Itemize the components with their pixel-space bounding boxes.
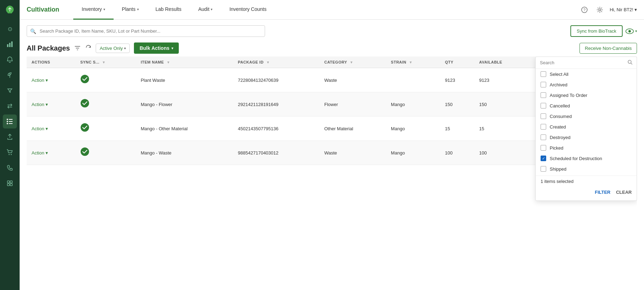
nav-plants[interactable]: Plants ▾	[114, 0, 147, 20]
sync-button[interactable]: Sync from BioTrack	[570, 25, 623, 37]
strain-cell: Mango	[386, 117, 440, 141]
dropdown-checkbox-5[interactable]	[541, 124, 546, 130]
receive-non-cannabis-button[interactable]: Receive Non-Cannabis	[579, 43, 637, 54]
action-cell: Action ▾	[27, 92, 75, 117]
export-icon[interactable]	[3, 130, 17, 144]
category-cell: Waste	[319, 68, 386, 92]
page-content: 🔍 Sync from BioTrack ▾ All Packages	[20, 20, 644, 290]
qty-cell: 150	[440, 92, 474, 117]
bulk-actions-arrow: ▾	[171, 46, 173, 50]
sync-cell	[75, 117, 136, 141]
dropdown-item[interactable]: Cancelled	[536, 100, 637, 111]
sidebar: ⊙	[0, 0, 20, 290]
nav-links: Inventory ▾ Plants ▾ Lab Results Audit ▾…	[73, 0, 579, 20]
package-id-cell: 7228084132470639	[233, 68, 319, 92]
list-icon[interactable]	[3, 114, 17, 128]
sync-filter-icon[interactable]: ▼	[102, 60, 106, 64]
user-menu[interactable]: Hi, Nir BT2! ▾	[610, 7, 637, 12]
svg-rect-4	[9, 121, 13, 122]
dropdown-item-label-2: Assigned To Order	[550, 93, 587, 98]
dropdown-item[interactable]: Archived	[536, 79, 637, 90]
dropdown-checkbox-7[interactable]	[541, 145, 546, 151]
dropdown-item-label-6: Destroyed	[550, 135, 570, 140]
cart-icon[interactable]	[3, 145, 17, 159]
svg-rect-1	[9, 43, 11, 47]
svg-point-24	[628, 60, 631, 64]
dropdown-item-label-0: Select All	[550, 72, 568, 77]
visibility-toggle[interactable]: ▾	[625, 28, 637, 34]
item-name-filter-icon[interactable]: ▼	[167, 60, 170, 64]
dropdown-checkbox-1[interactable]	[541, 82, 546, 87]
dashboard-icon[interactable]: ⊙	[3, 22, 17, 36]
nav-inventory[interactable]: Inventory ▾	[73, 0, 114, 20]
chart-icon[interactable]	[3, 37, 17, 51]
svg-point-9	[9, 154, 10, 155]
phone-icon[interactable]	[3, 161, 17, 175]
search-input[interactable]	[27, 25, 265, 37]
dropdown-search-input[interactable]	[540, 60, 625, 65]
search-actions: Sync from BioTrack ▾	[570, 25, 637, 37]
strain-filter-icon[interactable]: ▼	[409, 60, 413, 64]
selected-info: 1 items selected	[536, 176, 637, 187]
active-only-button[interactable]: Active Only ▾	[96, 44, 130, 53]
action-button-0[interactable]: Action ▾	[32, 78, 70, 83]
col-sync: SYNC S... ▼	[75, 57, 136, 68]
refresh-button[interactable]	[85, 44, 91, 52]
dropdown-checkbox-9[interactable]	[541, 166, 546, 172]
dropdown-item[interactable]: Created	[536, 121, 637, 132]
transfer-icon[interactable]	[3, 99, 17, 113]
leaf-icon[interactable]	[3, 68, 17, 82]
active-only-label: Active Only	[100, 46, 123, 51]
dropdown-checkbox-6[interactable]	[541, 134, 546, 140]
svg-point-8	[7, 123, 8, 124]
action-button-2[interactable]: Action ▾	[32, 126, 70, 131]
action-cell: Action ▾	[27, 68, 75, 92]
bulk-actions-button[interactable]: Bulk Actions ▾	[134, 42, 179, 54]
search-box: 🔍	[27, 25, 265, 37]
dropdown-checkbox-4[interactable]	[541, 113, 546, 119]
svg-rect-11	[7, 181, 9, 183]
col-qty: QTY	[440, 57, 474, 68]
search-row: 🔍 Sync from BioTrack ▾	[27, 25, 637, 37]
grid-icon[interactable]	[3, 176, 17, 190]
sync-cell	[75, 92, 136, 117]
category-filter-icon[interactable]: ▼	[350, 60, 353, 64]
bulk-actions-label: Bulk Actions	[140, 45, 169, 51]
action-button-3[interactable]: Action ▾	[32, 150, 70, 156]
category-cell: Waste	[319, 141, 386, 165]
funnel-icon[interactable]	[3, 84, 17, 98]
bell-icon[interactable]	[3, 53, 17, 67]
dropdown-item[interactable]: Picked	[536, 143, 637, 153]
svg-point-10	[11, 154, 12, 155]
apply-filter-button[interactable]: FILTER	[595, 190, 611, 195]
dropdown-item[interactable]: Destroyed	[536, 132, 637, 143]
svg-point-17	[599, 9, 601, 11]
package-id-cell: 4502143507795136	[233, 117, 319, 141]
action-button-1[interactable]: Action ▾	[32, 102, 70, 107]
dropdown-item[interactable]: Assigned To Order	[536, 90, 637, 100]
svg-rect-14	[10, 184, 12, 186]
settings-button[interactable]	[594, 4, 605, 15]
dropdown-item[interactable]: Scheduled for Destruction	[536, 153, 637, 164]
svg-rect-12	[10, 181, 12, 183]
nav-inventory-counts[interactable]: Inventory Counts	[221, 0, 275, 20]
dropdown-checkbox-2[interactable]	[541, 92, 546, 98]
nav-lab-results[interactable]: Lab Results	[147, 0, 190, 20]
help-button[interactable]: ?	[579, 4, 590, 15]
col-category: CATEGORY ▼	[319, 57, 386, 68]
dropdown-checkbox-0[interactable]	[541, 71, 546, 77]
dropdown-item-label-8: Scheduled for Destruction	[550, 156, 602, 161]
package-id-filter-icon[interactable]: ▼	[266, 60, 270, 64]
dropdown-checkbox-3[interactable]	[541, 103, 546, 108]
sync-check-icon	[80, 101, 89, 110]
column-filter-button[interactable]	[74, 45, 81, 52]
nav-audit[interactable]: Audit ▾	[190, 0, 221, 20]
clear-filter-button[interactable]: CLEAR	[616, 190, 632, 195]
available-cell: 15	[474, 117, 531, 141]
dropdown-item[interactable]: Consumed	[536, 111, 637, 121]
dropdown-checkbox-8[interactable]	[541, 156, 546, 161]
col-item-name: ITEM NAME ▼	[136, 57, 233, 68]
dropdown-item[interactable]: Select All	[536, 69, 637, 79]
dropdown-item[interactable]: Shipped	[536, 164, 637, 174]
table-container: ACTIONS SYNC S... ▼ ITEM NAME ▼ PACKAGE …	[27, 57, 637, 284]
